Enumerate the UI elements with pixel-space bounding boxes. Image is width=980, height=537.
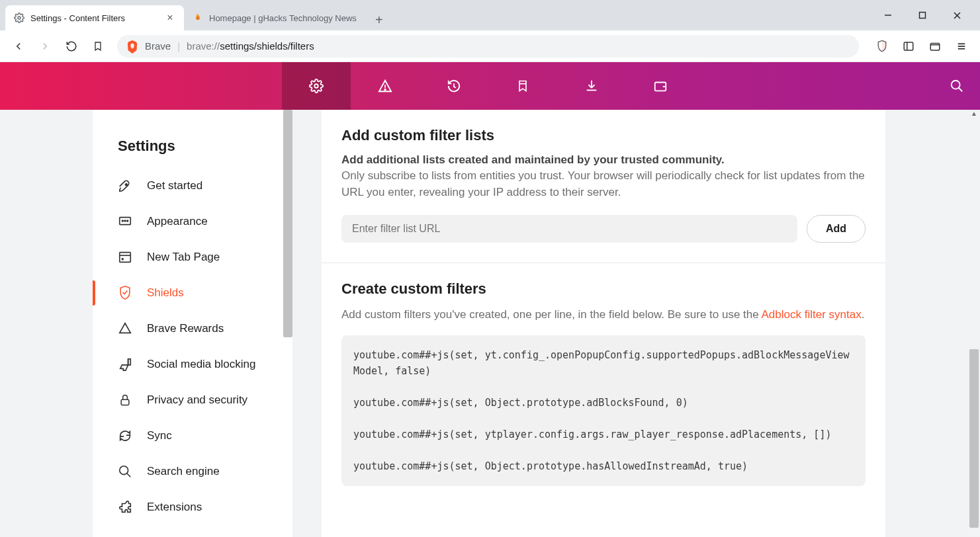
sidebar-item-search-engine[interactable]: Search engine	[93, 454, 292, 489]
category-tab-wallet[interactable]	[626, 62, 695, 110]
svg-point-20	[122, 220, 123, 222]
section-description: Add custom filters you've created, one p…	[341, 307, 866, 323]
sidebar-item-privacy-security[interactable]: Privacy and security	[93, 382, 292, 418]
svg-point-22	[127, 220, 128, 222]
maximize-button[interactable]	[907, 4, 938, 26]
sidebar-item-social-media-blocking[interactable]: Social media blocking	[93, 347, 292, 382]
browser-tab[interactable]: Homepage | gHacks Technology News	[184, 5, 365, 30]
section-title-create-filters: Create custom filters	[341, 280, 866, 298]
brave-logo-icon	[126, 40, 138, 52]
sidebar-item-label: Social media blocking	[147, 358, 267, 371]
shields-button[interactable]	[870, 34, 894, 58]
category-tab-warning[interactable]	[351, 62, 420, 110]
tab-title: Homepage | gHacks Technology News	[209, 13, 357, 23]
shield-icon	[118, 286, 132, 300]
sidebar-item-label: Brave Rewards	[147, 322, 267, 335]
sidebar-item-appearance[interactable]: Appearance	[93, 204, 292, 239]
sidebar-heading: Settings	[93, 128, 292, 168]
add-button[interactable]: Add	[807, 215, 866, 243]
sidebar-item-sync[interactable]: Sync	[93, 418, 292, 454]
sidebar-item-label: Search engine	[147, 465, 267, 478]
adblock-syntax-link[interactable]: Adblock filter syntax	[762, 308, 862, 321]
browser-tab-active[interactable]: Settings - Content Filters ×	[5, 5, 184, 30]
window-controls	[865, 0, 980, 30]
separator: |	[177, 40, 180, 52]
svg-point-0	[18, 17, 21, 19]
sidebar-item-label: New Tab Page	[147, 251, 267, 264]
sidebar-item-label: Appearance	[147, 215, 267, 228]
page-scrollbar-thumb[interactable]	[969, 349, 979, 528]
svg-point-18	[125, 184, 127, 186]
sidebar-item-label: Privacy and security	[147, 393, 267, 407]
newtab-icon	[118, 250, 132, 265]
close-icon[interactable]: ×	[164, 12, 176, 24]
svg-point-13	[384, 89, 386, 91]
settings-category-bar	[0, 62, 980, 110]
site-identity: Brave	[145, 40, 171, 52]
bookmark-button[interactable]	[86, 34, 110, 58]
address-bar[interactable]: Brave | brave://settings/shields/filters	[116, 34, 860, 58]
category-tab-history[interactable]	[420, 62, 488, 110]
svg-line-30	[127, 474, 131, 477]
back-button[interactable]	[7, 34, 30, 58]
custom-filters-textarea[interactable]: youtube.com##+js(set, yt.config_.openPop…	[341, 335, 866, 486]
sidebar-item-extensions[interactable]: Extensions	[93, 489, 292, 525]
main-panel: Add custom filter lists Add additional l…	[322, 110, 885, 537]
sidebar-item-label: Get started	[147, 179, 267, 192]
sidebar-item-brave-rewards[interactable]: Brave Rewards	[93, 311, 292, 347]
rewards-icon	[118, 321, 132, 336]
category-tab-settings[interactable]	[282, 62, 351, 110]
category-tab-bookmarks[interactable]	[488, 62, 557, 110]
svg-point-11	[314, 84, 318, 88]
sidebar-item-new-tab-page[interactable]: New Tab Page	[93, 239, 292, 275]
settings-search-button[interactable]	[950, 79, 964, 93]
reload-button[interactable]	[60, 34, 83, 58]
sidebar-item-label: Shields	[147, 286, 267, 300]
toolbar: Brave | brave://settings/shields/filters	[0, 30, 980, 62]
divider	[322, 263, 885, 263]
svg-line-17	[959, 88, 963, 92]
section-description: Only subscribe to lists from entities yo…	[341, 168, 866, 200]
sync-icon	[118, 429, 132, 443]
svg-point-29	[120, 466, 128, 475]
wallet-button[interactable]	[923, 34, 947, 58]
section-title-add-lists: Add custom filter lists	[341, 127, 866, 144]
tab-title: Settings - Content Filters	[30, 13, 159, 23]
appearance-icon	[118, 214, 132, 229]
svg-rect-27	[128, 359, 131, 365]
forward-button[interactable]	[33, 34, 57, 58]
settings-sidebar: Settings Get started Appearance New Tab …	[93, 110, 292, 537]
svg-point-21	[124, 220, 126, 222]
sidebar-item-label: Sync	[147, 429, 267, 442]
menu-button[interactable]	[950, 34, 973, 58]
content-area: Settings Get started Appearance New Tab …	[0, 110, 980, 537]
svg-rect-2	[920, 13, 926, 19]
thumbs-down-icon	[118, 357, 132, 372]
flame-icon	[192, 12, 204, 24]
lock-icon	[118, 393, 132, 407]
url-text: brave://settings/shields/filters	[187, 40, 314, 52]
svg-point-16	[952, 81, 960, 89]
gear-icon	[13, 12, 25, 24]
svg-rect-28	[121, 399, 129, 405]
sidebar-item-get-started[interactable]: Get started	[93, 168, 292, 204]
rocket-icon	[118, 179, 132, 193]
tab-strip: Settings - Content Filters × Homepage | …	[0, 0, 980, 30]
window-close-button[interactable]	[942, 4, 972, 26]
page-scroll-up[interactable]: ▲	[969, 110, 979, 117]
svg-rect-23	[120, 253, 131, 263]
svg-rect-5	[904, 42, 913, 50]
section-lead: Add additional lists created and maintai…	[341, 153, 866, 167]
puzzle-icon	[118, 500, 132, 515]
new-tab-button[interactable]: +	[369, 9, 390, 30]
search-icon	[118, 464, 132, 479]
sidebar-toggle-button[interactable]	[897, 34, 920, 58]
minimize-button[interactable]	[873, 4, 903, 26]
category-tab-downloads[interactable]	[557, 62, 626, 110]
sidebar-item-label: Extensions	[147, 501, 267, 514]
sidebar-item-shields[interactable]: Shields	[93, 275, 292, 311]
filter-list-url-input[interactable]	[341, 215, 797, 243]
